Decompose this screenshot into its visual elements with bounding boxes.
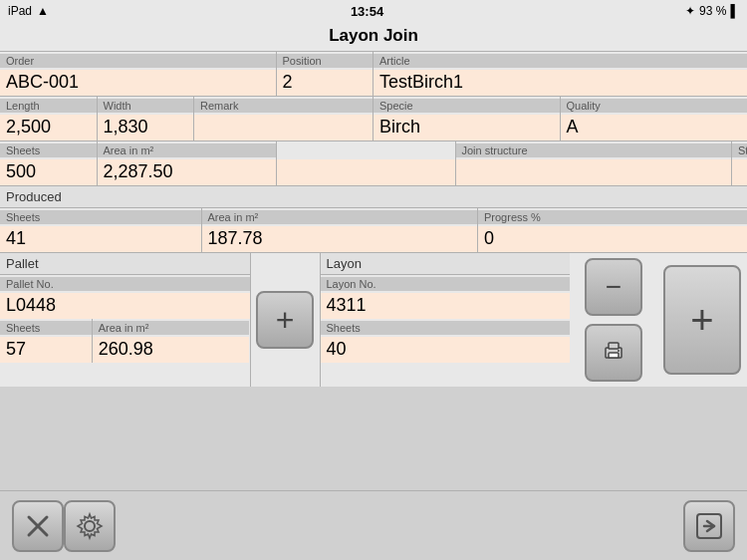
settings-button[interactable] [64,500,116,552]
value-prod-area: 187.78 [202,226,478,252]
label-specie: Specie [374,99,560,113]
label-length: Length [0,99,97,113]
status-right: ✦ 93 % ▌ [685,4,739,18]
label-pallet-area: Area in m² [93,321,250,335]
layon-add-button[interactable]: + [663,265,741,375]
cell-layon-sheets: Sheets 40 [321,319,571,363]
value-pallet-no: L0448 [0,293,250,319]
layon-print-button[interactable] [585,324,642,382]
svg-point-3 [618,350,620,352]
label-sheets: Sheets [0,143,97,157]
ipad-label: iPad [8,4,32,18]
cell-specie: Specie Birch [374,97,561,140]
wifi-icon: ▲ [37,4,49,18]
cancel-icon [23,511,53,541]
exit-button[interactable] [683,500,735,552]
data-grid: Order ABC-001 Position 2 Article TestBir… [0,52,747,387]
label-join: Join structure [456,143,732,157]
cell-quality: Quality A [561,97,748,140]
value-layon-no: 4311 [321,293,571,319]
value-pallet-area: 260.98 [93,337,250,363]
cell-pallet-no: Pallet No. L0448 [0,275,250,319]
cell-position: Position 2 [277,52,374,96]
cell-sheets: Sheets 500 [0,141,98,185]
layon-add-icon: + [690,298,713,343]
cell-area: Area in m² 2,287.50 [98,141,277,185]
label-prod-progress: Progress % [478,210,747,224]
cell-remark: Remark [194,97,374,140]
value-article: TestBirch1 [374,70,747,96]
value-area: 2,287.50 [98,159,276,185]
settings-icon [75,511,105,541]
produced-label: Produced [6,189,62,204]
cell-prod-sheets: Sheets 41 [0,208,202,252]
bottom-toolbar [0,490,747,560]
value-empty [277,159,455,185]
value-quality: A [561,115,748,140]
cell-empty: - [277,141,456,185]
value-remark [194,115,373,140]
value-layon-sheets: 40 [321,337,571,363]
status-left: iPad ▲ [8,4,49,18]
row-length: Length 2,500 Width 1,830 Remark Specie B… [0,97,747,141]
cell-pallet-sheets: Sheets 57 [0,319,93,363]
pallet-layon-section: Pallet Pallet No. L0448 Sheets 57 [0,253,747,387]
label-width: Width [98,99,194,113]
row-order: Order ABC-001 Position 2 Article TestBir… [0,52,747,97]
value-length: 2,500 [0,115,97,140]
section-produced: Produced [0,186,747,208]
label-structure: Structure [732,143,747,157]
battery-icon: ▌ [730,4,739,18]
pallet-add-button[interactable]: + [256,291,314,349]
value-width: 1,830 [98,115,194,140]
section-pallet: Pallet [0,253,250,275]
cell-prod-area: Area in m² 187.78 [202,208,479,252]
row-pallet-no: Pallet No. L0448 [0,275,250,319]
bluetooth-icon: ✦ [685,4,695,18]
svg-rect-1 [609,343,619,349]
cell-width: Width 1,830 [98,97,195,140]
pallet-label: Pallet [6,256,39,271]
cell-pallet-area: Area in m² 260.98 [93,319,250,363]
label-order: Order [0,54,276,68]
label-remark: Remark [194,99,373,113]
section-layon: Layon [321,253,571,275]
row-pallet-sheets: Sheets 57 Area in m² 260.98 [0,319,250,363]
layon-minus-icon: − [606,273,622,301]
cell-order: Order ABC-001 [0,52,277,96]
value-order: ABC-001 [0,70,276,96]
label-layon-no: Layon No. [321,277,571,291]
exit-icon [694,511,724,541]
value-pallet-sheets: 57 [0,337,92,363]
value-structure [732,159,747,185]
value-position: 2 [277,70,374,96]
layon-add-col: + [657,253,747,387]
cancel-button[interactable] [12,500,64,552]
value-prod-progress: 0 [478,226,747,252]
row-produced: Sheets 41 Area in m² 187.78 Progress % 0 [0,208,747,253]
cell-length: Length 2,500 [0,97,98,140]
label-prod-sheets: Sheets [0,210,201,224]
row-layon-no: Layon No. 4311 [321,275,571,319]
label-pallet-sheets: Sheets [0,321,92,335]
layon-print-icon [603,340,624,367]
cell-article: Article TestBirch1 [374,52,747,96]
value-specie: Birch [374,115,560,140]
layon-minus-button[interactable]: − [585,258,642,316]
value-sheets: 500 [0,159,97,185]
label-area: Area in m² [98,143,276,157]
label-layon-sheets: Sheets [321,321,571,335]
cell-structure: Structure [732,141,747,185]
layon-btn-col: − [570,253,657,387]
value-prod-sheets: 41 [0,226,201,252]
row-sheets: Sheets 500 Area in m² 2,287.50 - Join st… [0,141,747,186]
title-bar: Layon Join [0,22,747,52]
label-quality: Quality [561,99,748,113]
pallet-col: Pallet Pallet No. L0448 Sheets 57 [0,253,251,387]
status-bar: iPad ▲ 13:54 ✦ 93 % ▌ [0,0,747,22]
label-position: Position [277,54,374,68]
row-layon-sheets: Sheets 40 [321,319,571,363]
svg-point-6 [85,521,95,531]
layon-label: Layon [327,256,362,271]
status-time: 13:54 [351,4,383,19]
